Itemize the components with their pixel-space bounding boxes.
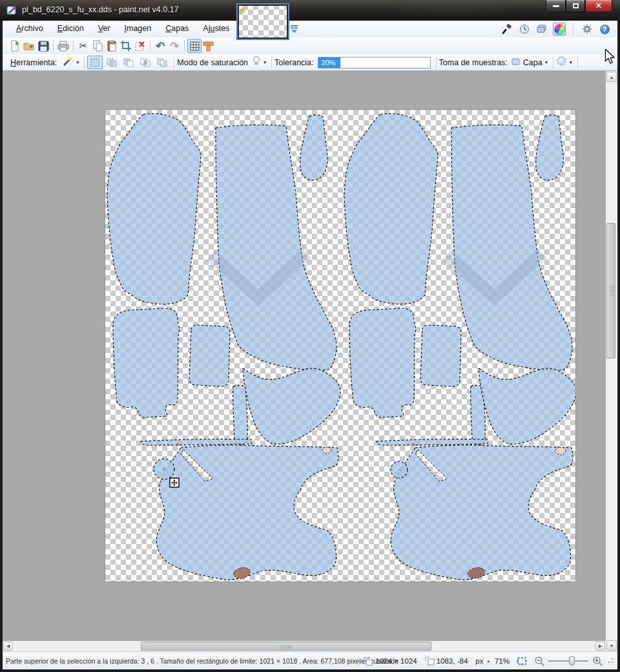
- open-file-button[interactable]: [22, 39, 36, 53]
- cut-button[interactable]: ✂: [76, 39, 90, 53]
- utilities-hammer-icon[interactable]: [501, 23, 513, 36]
- erase-selection-button[interactable]: [133, 39, 147, 53]
- menu-edicion[interactable]: Edición: [50, 21, 91, 37]
- window-border-right: [617, 21, 620, 669]
- sampling-caret[interactable]: ▾: [545, 59, 548, 65]
- image-list-chevron-icon[interactable]: [289, 25, 299, 34]
- selection-mode-exclude[interactable]: [121, 56, 136, 69]
- restore-button[interactable]: [566, 0, 585, 12]
- scroll-up-button[interactable]: ▲: [606, 72, 617, 82]
- minimize-icon: [553, 5, 559, 7]
- window-border-bottom: [0, 669, 620, 672]
- image-list-thumbnail[interactable]: ★: [236, 3, 289, 40]
- flood-mode-label: Modo de saturación: [177, 58, 248, 67]
- divider: [73, 40, 74, 52]
- menu-imagen[interactable]: Imagen: [117, 21, 158, 37]
- paste-button[interactable]: [105, 39, 119, 53]
- selection-mode-invert[interactable]: [154, 56, 170, 69]
- undo-button[interactable]: ↶: [153, 39, 167, 53]
- sampling-label: Toma de muestras:: [439, 58, 508, 67]
- divider: [436, 57, 437, 68]
- cursor-position-value: 1083, -84: [437, 657, 468, 665]
- zoom-to-window-icon[interactable]: [516, 656, 528, 666]
- thumb-grip: [610, 286, 614, 296]
- tolerance-value: 20%: [322, 58, 336, 68]
- selection-mode-intersect[interactable]: [138, 56, 153, 69]
- gradient-caret[interactable]: ▾: [570, 59, 572, 65]
- title-bar[interactable]: pl_bd_6220_s_fu_xx.dds - paint.net v4.0.…: [0, 0, 620, 21]
- scroll-left-button[interactable]: ◀: [3, 642, 13, 651]
- menubar-utility-icons: ?: [501, 21, 611, 37]
- thumb-grip: [281, 645, 291, 649]
- new-file-button[interactable]: [8, 39, 22, 53]
- menu-bar: Archivo Edición Ver Imagen Capas Ajustes…: [3, 21, 617, 37]
- resize-grip[interactable]: [608, 658, 614, 664]
- menu-ajustes[interactable]: Ajustes: [196, 21, 236, 37]
- status-indicators: 1024 × 1024 1083, -84 px ▴ 71%: [353, 656, 614, 666]
- help-icon[interactable]: ?: [598, 23, 611, 36]
- bulb-icon[interactable]: [252, 56, 261, 69]
- magic-wand-icon[interactable]: [62, 56, 74, 70]
- zoom-in-icon[interactable]: [592, 656, 603, 666]
- menu-archivo[interactable]: Archivo: [9, 21, 50, 37]
- layers-icon[interactable]: [535, 23, 548, 36]
- close-icon: ✕: [595, 2, 602, 10]
- scroll-down-button[interactable]: ▼: [606, 640, 617, 651]
- tool-label: Herramienta:: [10, 58, 57, 67]
- settings-gear-icon[interactable]: [581, 23, 594, 36]
- history-clock-icon[interactable]: [518, 23, 531, 36]
- minimize-button[interactable]: [546, 0, 566, 12]
- divider: [573, 23, 574, 35]
- grid-icon: [190, 41, 200, 51]
- horizontal-scrollbar[interactable]: ◀ ▶: [3, 641, 606, 651]
- close-button[interactable]: ✕: [585, 0, 612, 12]
- divider: [577, 57, 578, 68]
- tool-dropdown-caret[interactable]: ▾: [76, 59, 79, 65]
- menu-ver[interactable]: Ver: [91, 21, 118, 37]
- flood-mode-caret[interactable]: ▾: [264, 59, 266, 65]
- menu-capas[interactable]: Capas: [158, 21, 196, 37]
- print-button[interactable]: [56, 39, 70, 53]
- color-wheel: [554, 24, 565, 35]
- horizontal-scroll-thumb[interactable]: [141, 642, 431, 651]
- canvas-image[interactable]: [105, 110, 575, 582]
- restore-icon: [573, 3, 579, 8]
- cursor-position-icon: [425, 656, 435, 666]
- unsaved-star-icon: ★: [239, 5, 247, 15]
- tool-options-bar: Herramienta: ▾ Modo de saturación ▾ T: [3, 54, 617, 71]
- zoom-slider-thumb[interactable]: [569, 656, 575, 666]
- zoom-out-icon[interactable]: [534, 656, 544, 666]
- divider: [553, 57, 553, 68]
- redo-button[interactable]: ↷: [167, 39, 181, 53]
- image-size-value: 1024 × 1024: [375, 657, 417, 665]
- sampling-value[interactable]: Capa: [523, 58, 542, 67]
- colors-wheel-icon[interactable]: [553, 23, 566, 36]
- crop-to-selection-button[interactable]: [119, 39, 133, 53]
- selection-mode-union[interactable]: [104, 56, 119, 69]
- mouse-pointer-cursor: [604, 49, 615, 65]
- units-dropdown-caret[interactable]: ▴: [487, 658, 490, 664]
- pixel-grid-button[interactable]: [187, 39, 202, 53]
- scroll-right-button[interactable]: ▶: [595, 642, 605, 651]
- vertical-scrollbar[interactable]: ▲ ▼: [606, 71, 617, 651]
- zoom-slider[interactable]: [548, 656, 588, 666]
- status-bar: Parte superior de la selección a la izqu…: [3, 651, 617, 669]
- tolerance-label: Tolerancia:: [274, 58, 313, 67]
- gradient-circle-icon[interactable]: [556, 56, 567, 69]
- tolerance-slider[interactable]: 20%: [318, 57, 431, 68]
- image-size-icon: [363, 656, 373, 666]
- units-value[interactable]: px: [475, 657, 483, 665]
- divider: [271, 57, 272, 68]
- rulers-button[interactable]: [202, 39, 216, 53]
- canvas-viewport[interactable]: [3, 71, 606, 641]
- divider: [358, 656, 358, 666]
- paintnet-app-icon: [6, 5, 17, 16]
- window-title: pl_bd_6220_s_fu_xx.dds - paint.net v4.0.…: [22, 0, 179, 21]
- vertical-scroll-thumb[interactable]: [606, 223, 615, 359]
- help-question-glyph: ?: [600, 25, 610, 34]
- copy-button[interactable]: [90, 39, 105, 53]
- save-button[interactable]: [36, 39, 50, 53]
- divider: [53, 40, 54, 52]
- selection-mode-replace[interactable]: [87, 56, 103, 69]
- zoom-level-value: 71%: [495, 657, 510, 665]
